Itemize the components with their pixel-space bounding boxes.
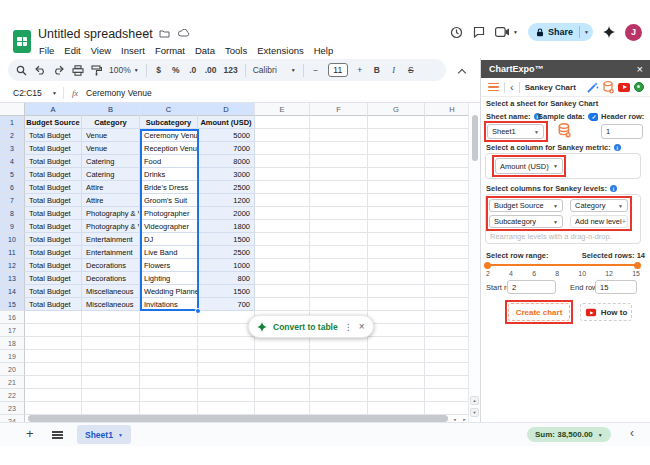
col-header-A[interactable]: A: [25, 103, 82, 116]
youtube-icon[interactable]: [618, 83, 630, 92]
cell-A4[interactable]: Total Budget: [25, 155, 82, 168]
cell-C8[interactable]: Photographer: [140, 207, 198, 220]
font-family-control[interactable]: Calibri▼: [253, 62, 296, 78]
menu-file[interactable]: File: [34, 43, 59, 58]
cell-G4[interactable]: [368, 155, 425, 168]
number-format-button[interactable]: 123: [224, 62, 238, 78]
cell-B19[interactable]: [82, 350, 140, 363]
cell-B16[interactable]: [82, 311, 140, 324]
cell-C6[interactable]: Bride's Dress: [140, 181, 198, 194]
row-header-22[interactable]: 22: [0, 389, 25, 402]
row-header-9[interactable]: 9: [0, 220, 25, 233]
cell-G13[interactable]: [368, 272, 425, 285]
cell-G23[interactable]: [368, 402, 425, 415]
cell-F6[interactable]: [310, 181, 368, 194]
row-header-4[interactable]: 4: [0, 155, 25, 168]
cell-H10[interactable]: [425, 233, 468, 246]
cell-A23[interactable]: [25, 402, 82, 415]
row-header-15[interactable]: 15: [0, 298, 25, 311]
cell-D9[interactable]: 1800: [198, 220, 255, 233]
sum-badge-caret[interactable]: ▼: [598, 432, 603, 438]
cell-D21[interactable]: [198, 376, 255, 389]
cell-H15[interactable]: [425, 298, 468, 311]
cell-E14[interactable]: [255, 285, 310, 298]
cell-E20[interactable]: [255, 363, 310, 376]
cell-F14[interactable]: [310, 285, 368, 298]
cell-G16[interactable]: [368, 311, 425, 324]
row-header-19[interactable]: 19: [0, 350, 25, 363]
cell-G11[interactable]: [368, 246, 425, 259]
document-title[interactable]: Untitled spreadsheet: [38, 27, 153, 41]
cell-F4[interactable]: [310, 155, 368, 168]
cell-C21[interactable]: [140, 376, 198, 389]
italic-button[interactable]: I: [389, 62, 399, 78]
grid-corner[interactable]: [0, 103, 25, 116]
cell-H5[interactable]: [425, 168, 468, 181]
cloud-status-icon[interactable]: [178, 29, 190, 38]
cell-C18[interactable]: [140, 337, 198, 350]
cell-F21[interactable]: [310, 376, 368, 389]
cell-F1[interactable]: [310, 116, 368, 129]
cell-E5[interactable]: [255, 168, 310, 181]
cell-D11[interactable]: 2500: [198, 246, 255, 259]
chartexpo-menu-icon[interactable]: [488, 83, 499, 92]
cell-E23[interactable]: [255, 402, 310, 415]
cell-C19[interactable]: [140, 350, 198, 363]
cell-H12[interactable]: [425, 259, 468, 272]
version-history-icon[interactable]: [450, 26, 463, 39]
share-button[interactable]: Share ▼: [528, 23, 593, 41]
cell-G6[interactable]: [368, 181, 425, 194]
cell-D23[interactable]: [198, 402, 255, 415]
cell-G14[interactable]: [368, 285, 425, 298]
cell-A3[interactable]: Total Budget: [25, 142, 82, 155]
row-header-21[interactable]: 21: [0, 376, 25, 389]
header-row-input[interactable]: 1: [601, 124, 643, 139]
menu-view[interactable]: View: [86, 43, 116, 58]
cell-E1[interactable]: [255, 116, 310, 129]
increase-font-size-button[interactable]: +: [355, 62, 365, 78]
cell-H6[interactable]: [425, 181, 468, 194]
cell-E19[interactable]: [255, 350, 310, 363]
cell-A20[interactable]: [25, 363, 82, 376]
cell-F15[interactable]: [310, 298, 368, 311]
start-row-input[interactable]: 2: [507, 280, 556, 294]
cell-B14[interactable]: Miscellaneous: [82, 285, 140, 298]
star-icon[interactable]: ☆: [142, 28, 151, 39]
cell-G3[interactable]: [368, 142, 425, 155]
cell-F5[interactable]: [310, 168, 368, 181]
cell-H1[interactable]: [425, 116, 468, 129]
cell-D17[interactable]: [198, 324, 255, 337]
cell-D5[interactable]: 3000: [198, 168, 255, 181]
col-header-D[interactable]: D: [198, 103, 255, 116]
cell-A11[interactable]: Total Budget: [25, 246, 82, 259]
cell-G22[interactable]: [368, 389, 425, 402]
cell-B15[interactable]: Miscellaneous: [82, 298, 140, 311]
search-menus-icon[interactable]: [16, 62, 27, 78]
cell-D4[interactable]: 8000: [198, 155, 255, 168]
cell-G18[interactable]: [368, 337, 425, 350]
cell-A1[interactable]: Budget Source: [25, 116, 82, 129]
cell-H4[interactable]: [425, 155, 468, 168]
strikethrough-button[interactable]: S: [406, 62, 416, 78]
add-sheet-button[interactable]: +: [26, 426, 34, 441]
create-chart-button[interactable]: Create chart: [508, 303, 570, 321]
cell-A22[interactable]: [25, 389, 82, 402]
cell-E7[interactable]: [255, 194, 310, 207]
cell-G17[interactable]: [368, 324, 425, 337]
vertical-scrollbar[interactable]: ▲ ▼: [468, 103, 480, 424]
cell-B4[interactable]: Catering: [82, 155, 140, 168]
cell-E11[interactable]: [255, 246, 310, 259]
row-header-12[interactable]: 12: [0, 259, 25, 272]
sheet-tab[interactable]: Sheet1 ▼: [77, 425, 131, 444]
cell-F22[interactable]: [310, 389, 368, 402]
cell-E18[interactable]: [255, 337, 310, 350]
cell-F23[interactable]: [310, 402, 368, 415]
cell-C17[interactable]: [140, 324, 198, 337]
cell-E12[interactable]: [255, 259, 310, 272]
cell-A19[interactable]: [25, 350, 82, 363]
cell-A15[interactable]: Total Budget: [25, 298, 82, 311]
cell-G9[interactable]: [368, 220, 425, 233]
cell-G20[interactable]: [368, 363, 425, 376]
row-header-10[interactable]: 10: [0, 233, 25, 246]
all-sheets-icon[interactable]: [52, 431, 63, 439]
